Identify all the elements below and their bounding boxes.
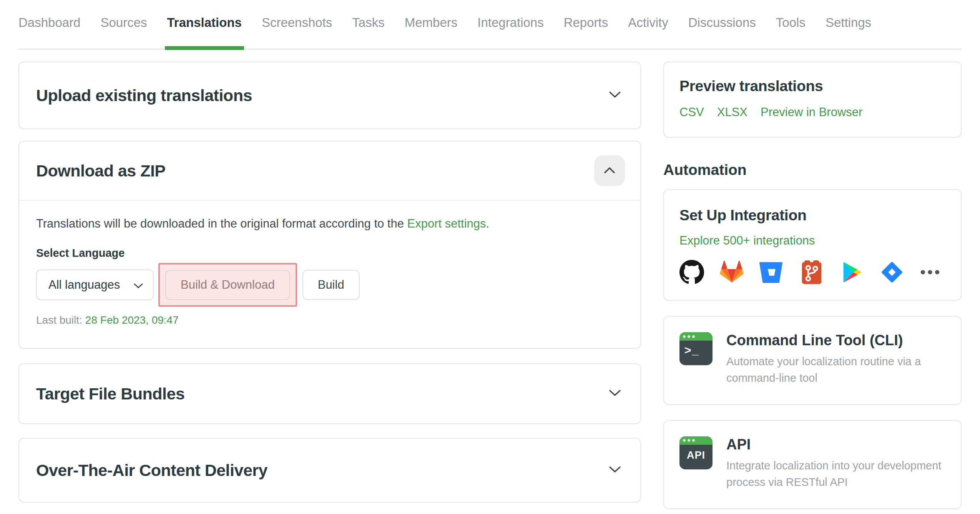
chevron-up-icon	[604, 167, 615, 175]
preview-translations-card: Preview translations CSV XLSX Preview in…	[663, 62, 962, 138]
tab-tools[interactable]: Tools	[776, 15, 806, 48]
tab-tasks[interactable]: Tasks	[352, 15, 384, 48]
preview-xlsx-link[interactable]: XLSX	[717, 105, 747, 119]
download-panel-header[interactable]: Download as ZIP	[19, 141, 640, 200]
upload-panel-title: Upload existing translations	[36, 86, 252, 105]
automation-heading: Automation	[663, 161, 962, 178]
translations-main-column: Upload existing translations Download as…	[18, 62, 641, 502]
language-select[interactable]: All languages	[36, 269, 154, 300]
tab-dashboard[interactable]: Dashboard	[18, 15, 80, 48]
bitbucket-icon[interactable]	[759, 260, 784, 284]
ota-panel-title: Over-The-Air Content Delivery	[36, 461, 267, 480]
tab-members[interactable]: Members	[405, 15, 458, 48]
tab-discussions[interactable]: Discussions	[688, 15, 756, 48]
chevron-down-icon[interactable]	[609, 466, 621, 475]
preview-csv-link[interactable]: CSV	[679, 105, 704, 119]
download-as-zip-panel: Download as ZIP Translations will be dow…	[18, 141, 641, 349]
cli-card[interactable]: >_ Command Line Tool (CLI) Automate your…	[663, 316, 962, 405]
api-title: API	[726, 436, 949, 453]
project-tabs: Dashboard Sources Translations Screensho…	[18, 0, 962, 50]
terminal-icon: >_	[679, 332, 713, 365]
api-icon: API	[679, 436, 713, 469]
download-description: Translations will be downloaded in the o…	[36, 217, 623, 231]
github-icon[interactable]	[679, 260, 704, 284]
sidebar: Preview translations CSV XLSX Preview in…	[663, 62, 962, 509]
chevron-down-icon	[134, 278, 143, 292]
tab-activity[interactable]: Activity	[628, 15, 668, 48]
chevron-down-icon[interactable]	[609, 91, 621, 100]
select-language-label: Select Language	[36, 247, 623, 259]
translations-page: Dashboard Sources Translations Screensho…	[0, 0, 980, 514]
language-select-value: All languages	[48, 278, 120, 292]
export-settings-link[interactable]: Export settings	[407, 217, 486, 230]
google-play-icon[interactable]	[839, 260, 864, 284]
api-description: Integrate localization into your develop…	[726, 457, 949, 491]
collapse-panel-button[interactable]	[594, 155, 625, 186]
more-integrations-icon[interactable]	[919, 260, 941, 284]
preview-translations-title: Preview translations	[679, 78, 945, 95]
cli-description: Automate your localization routine via a…	[726, 353, 949, 386]
tab-screenshots[interactable]: Screenshots	[262, 15, 332, 48]
tab-translations[interactable]: Translations	[167, 15, 242, 48]
last-built-status: Last built:28 Feb 2023, 09:47	[36, 314, 623, 326]
set-up-integration-card: Set Up Integration Explore 500+ integrat…	[663, 189, 962, 301]
tab-sources[interactable]: Sources	[100, 15, 147, 48]
last-built-link[interactable]: 28 Feb 2023, 09:47	[85, 314, 179, 326]
target-file-bundles-panel[interactable]: Target File Bundles	[18, 363, 641, 424]
build-and-download-button[interactable]: Build & Download	[165, 270, 290, 300]
ota-content-delivery-panel[interactable]: Over-The-Air Content Delivery	[18, 438, 641, 502]
tab-reports[interactable]: Reports	[564, 15, 608, 48]
explore-integrations-link[interactable]: Explore 500+ integrations	[679, 234, 815, 248]
git-icon[interactable]	[799, 260, 824, 284]
upload-existing-translations-panel[interactable]: Upload existing translations	[18, 62, 641, 129]
tab-integrations[interactable]: Integrations	[477, 15, 543, 48]
build-button[interactable]: Build	[302, 270, 360, 300]
preview-in-browser-link[interactable]: Preview in Browser	[761, 105, 862, 119]
integration-icons	[679, 260, 945, 284]
tab-settings[interactable]: Settings	[826, 15, 871, 48]
bundles-panel-title: Target File Bundles	[36, 384, 184, 403]
chevron-down-icon[interactable]	[609, 389, 621, 398]
gitlab-icon[interactable]	[719, 260, 744, 284]
jira-icon[interactable]	[879, 260, 904, 284]
cli-title: Command Line Tool (CLI)	[726, 332, 949, 349]
api-card[interactable]: API API Integrate localization into your…	[663, 420, 962, 509]
set-up-integration-title: Set Up Integration	[679, 207, 945, 224]
download-panel-title: Download as ZIP	[36, 161, 166, 180]
